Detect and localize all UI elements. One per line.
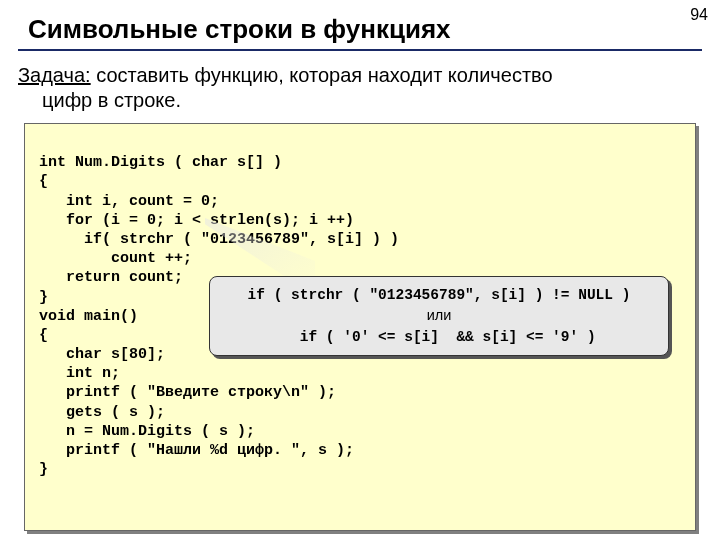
callout-or: или [427, 307, 452, 323]
code-line: if( strchr ( "0123456789", s[i] ) ) [39, 231, 399, 248]
code-line: for (i = 0; i < strlen(s); i ++) [39, 212, 354, 229]
title-underline [18, 49, 702, 51]
code-line: void main() [39, 308, 138, 325]
code-line: n = Num.Digits ( s ); [39, 423, 255, 440]
code-line: { [39, 327, 48, 344]
code-line: } [39, 461, 48, 478]
code-line: int n; [39, 365, 120, 382]
code-line: } [39, 289, 48, 306]
page-number: 94 [690, 6, 708, 24]
code-line: char s[80]; [39, 346, 165, 363]
task-line2: цифр в строке. [18, 88, 702, 113]
code-line: int Num.Digits ( char s[] ) [39, 154, 282, 171]
code-line: gets ( s ); [39, 404, 165, 421]
task-label: Задача: [18, 64, 91, 86]
code-line: printf ( "Нашли %d цифр. ", s ); [39, 442, 354, 459]
callout-line1: if ( strchr ( "0123456789", s[i] ) != NU… [248, 287, 631, 303]
task-line1: составить функцию, которая находит колич… [91, 64, 553, 86]
slide-title: Символьные строки в функциях [0, 0, 720, 49]
code-line: count ++; [39, 250, 192, 267]
code-line: int i, count = 0; [39, 193, 219, 210]
task-text: Задача: составить функцию, которая наход… [0, 59, 720, 123]
callout-line2: if ( '0' <= s[i] && s[i] <= '9' ) [282, 329, 595, 345]
code-line: return count; [39, 269, 183, 286]
code-line: { [39, 173, 48, 190]
code-block: int Num.Digits ( char s[] ) { int i, cou… [24, 123, 696, 531]
code-line: printf ( "Введите строку\n" ); [39, 384, 336, 401]
callout-box: if ( strchr ( "0123456789", s[i] ) != NU… [209, 276, 669, 356]
